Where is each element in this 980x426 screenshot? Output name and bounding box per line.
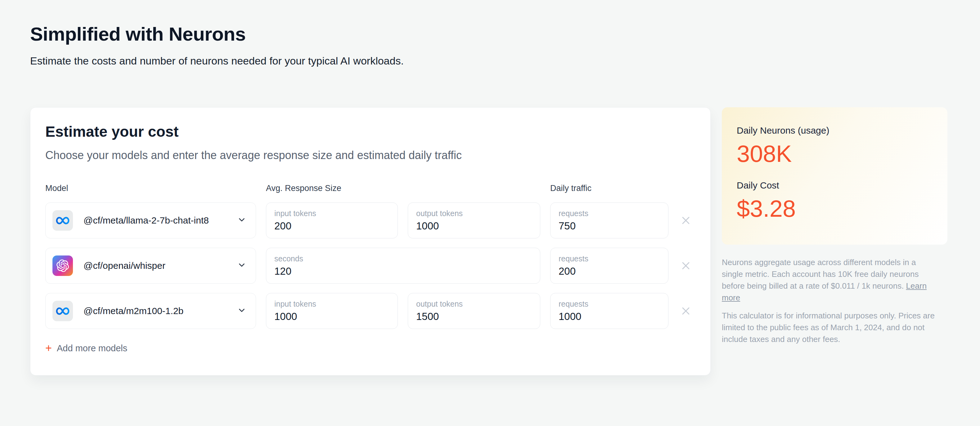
disclaimer-notes: Neurons aggregate usage across different… <box>722 257 939 345</box>
column-header-model: Model <box>45 184 256 193</box>
model-select[interactable]: @cf/meta/m2m100-1.2b <box>45 293 256 329</box>
model-row: @cf/meta/llama-2-7b-chat-int8 input toke… <box>45 203 695 238</box>
page-title: Simplified with Neurons <box>30 23 980 45</box>
input-tokens-field[interactable]: input tokens <box>266 203 398 238</box>
meta-icon <box>52 210 73 231</box>
daily-summary-card: Daily Neurons (usage) 308K Daily Cost $3… <box>722 107 947 245</box>
input-tokens-input[interactable] <box>274 220 390 232</box>
requests-field[interactable]: requests <box>550 203 668 238</box>
openai-icon <box>52 255 73 276</box>
seconds-input[interactable] <box>274 265 532 277</box>
calculator-disclaimer-note: This calculator is for informational pur… <box>722 310 939 345</box>
model-select[interactable]: @cf/openai/whisper <box>45 248 256 284</box>
requests-field[interactable]: requests <box>550 293 668 329</box>
field-label: requests <box>558 209 660 218</box>
field-label: requests <box>558 299 660 309</box>
model-name: @cf/openai/whisper <box>83 260 237 271</box>
requests-field[interactable]: requests <box>550 248 668 284</box>
model-row: @cf/openai/whisper seconds requests <box>45 248 695 284</box>
add-more-models-button[interactable]: + Add more models <box>45 343 127 354</box>
model-name: @cf/meta/m2m100-1.2b <box>83 306 237 316</box>
neurons-explainer-note: Neurons aggregate usage across different… <box>722 257 939 304</box>
daily-neurons-label: Daily Neurons (usage) <box>737 125 932 136</box>
daily-neurons-value: 308K <box>737 140 932 167</box>
neurons-explainer-text: Neurons aggregate usage across different… <box>722 258 918 290</box>
model-select[interactable]: @cf/meta/llama-2-7b-chat-int8 <box>45 203 256 238</box>
remove-model-button[interactable] <box>678 213 693 228</box>
estimator-subtitle: Choose your models and enter the average… <box>45 149 695 162</box>
estimator-title: Estimate your cost <box>45 123 695 140</box>
neurons-pricing-page: Simplified with Neurons Estimate the cos… <box>0 0 980 375</box>
requests-input[interactable] <box>558 220 660 232</box>
chevron-down-icon <box>237 260 247 271</box>
daily-cost-label: Daily Cost <box>737 180 932 191</box>
requests-input[interactable] <box>558 310 660 323</box>
chevron-down-icon <box>237 215 247 226</box>
close-icon <box>679 305 692 317</box>
page-subtitle: Estimate the costs and number of neurons… <box>30 55 980 67</box>
field-label: output tokens <box>416 299 532 309</box>
cost-estimator-card: Estimate your cost Choose your models an… <box>30 107 711 375</box>
column-header-traffic: Daily traffic <box>550 184 668 193</box>
model-name: @cf/meta/llama-2-7b-chat-int8 <box>83 215 237 226</box>
requests-input[interactable] <box>558 265 660 277</box>
field-label: seconds <box>274 254 532 263</box>
seconds-field[interactable]: seconds <box>266 248 540 284</box>
content-area: Estimate your cost Choose your models an… <box>30 107 980 375</box>
close-icon <box>679 260 692 272</box>
plus-icon: + <box>45 343 52 354</box>
summary-column: Daily Neurons (usage) 308K Daily Cost $3… <box>722 107 947 345</box>
remove-model-button[interactable] <box>678 258 693 273</box>
output-tokens-input[interactable] <box>416 220 532 232</box>
input-tokens-input[interactable] <box>274 310 390 323</box>
output-tokens-input[interactable] <box>416 310 532 323</box>
daily-cost-value: $3.28 <box>737 195 932 222</box>
remove-model-button[interactable] <box>678 304 693 318</box>
field-label: input tokens <box>274 299 390 309</box>
column-header-response: Avg. Response Size <box>266 184 398 193</box>
output-tokens-field[interactable]: output tokens <box>408 203 540 238</box>
field-label: output tokens <box>416 209 532 218</box>
close-icon <box>679 214 692 226</box>
field-label: requests <box>558 254 660 263</box>
column-headers: Model Avg. Response Size Daily traffic <box>45 184 695 193</box>
input-tokens-field[interactable]: input tokens <box>266 293 398 329</box>
add-more-models-label: Add more models <box>57 343 127 353</box>
model-row: @cf/meta/m2m100-1.2b input tokens output… <box>45 293 695 329</box>
output-tokens-field[interactable]: output tokens <box>408 293 540 329</box>
chevron-down-icon <box>237 306 247 316</box>
meta-icon <box>52 301 73 321</box>
field-label: input tokens <box>274 209 390 218</box>
